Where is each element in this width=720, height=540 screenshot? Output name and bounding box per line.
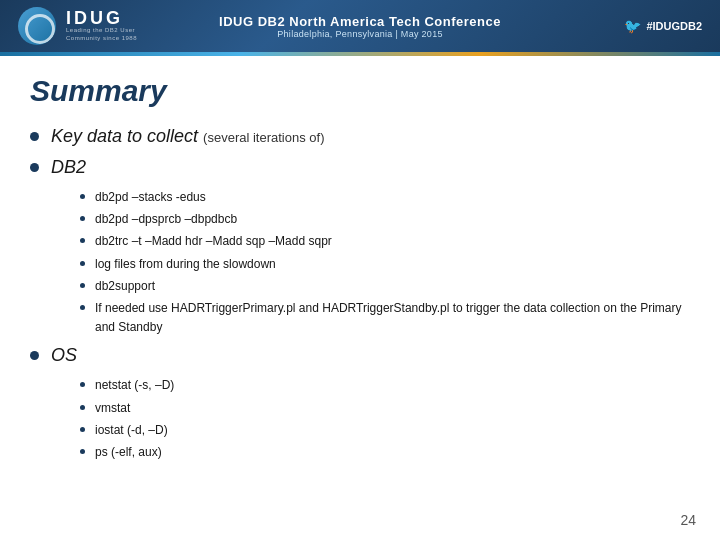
bullet-2-text: DB2 [51,157,86,178]
conference-info: IDUG DB2 North America Tech Conference P… [219,14,501,39]
sub-bullet-text: db2support [95,277,155,296]
sub-bullet-dot [80,305,85,310]
header-left: IDUG Leading the DB2 User Community sinc… [18,7,137,45]
sub-bullet-text: log files from during the slowdown [95,255,276,274]
list-item: db2trc –t –Madd hdr –Madd sqp –Madd sqpr [80,232,690,251]
list-item: If needed use HADRTriggerPrimary.pl and … [80,299,690,337]
sub-bullet-text: If needed use HADRTriggerPrimary.pl and … [95,299,690,337]
os-sub-bullets: netstat (-s, –D) vmstat iostat (-d, –D) … [80,376,690,462]
sub-bullet-dot [80,382,85,387]
sub-bullet-dot [80,427,85,432]
logo-icon [18,7,56,45]
sub-bullet-dot [80,405,85,410]
sub-bullet-dot [80,449,85,454]
sub-bullet-text: db2pd –stacks -edus [95,188,206,207]
page-title: Summary [30,74,690,108]
bullet-dot-3 [30,351,39,360]
bullet-1-text: Key data to collect (several iterations … [51,126,325,147]
bullet-3: OS [30,345,690,366]
list-item: db2pd –dpsprcb –dbpdbcb [80,210,690,229]
sub-bullet-text: iostat (-d, –D) [95,421,168,440]
list-item: netstat (-s, –D) [80,376,690,395]
conf-subtitle: Philadelphia, Pennsylvania | May 2015 [219,29,501,39]
sub-bullet-dot [80,216,85,221]
sub-bullet-dot [80,194,85,199]
sub-bullet-dot [80,261,85,266]
bullet-2: DB2 [30,157,690,178]
sub-bullet-text: netstat (-s, –D) [95,376,174,395]
list-item: iostat (-d, –D) [80,421,690,440]
hashtag-text: #IDUGDB2 [646,20,702,32]
sub-bullet-dot [80,283,85,288]
list-item: db2support [80,277,690,296]
list-item: vmstat [80,399,690,418]
conf-title: IDUG DB2 North America Tech Conference [219,14,501,29]
bullet-3-text: OS [51,345,77,366]
sub-bullet-text: db2pd –dpsprcb –dbpdbcb [95,210,237,229]
list-item: log files from during the slowdown [80,255,690,274]
bullet-1: Key data to collect (several iterations … [30,126,690,147]
logo-subtitle: Leading the DB2 User Community since 198… [66,27,137,43]
sub-bullet-dot [80,238,85,243]
page-number: 24 [680,512,696,528]
social-hashtag: 🐦 #IDUGDB2 [624,18,702,34]
main-content: Summary Key data to collect (several ite… [0,56,720,480]
db2-sub-bullets: db2pd –stacks -edus db2pd –dpsprcb –dbpd… [80,188,690,337]
bullet-dot-1 [30,132,39,141]
bullet-dot-2 [30,163,39,172]
logo-idug-text: IDUG [66,9,137,27]
header: IDUG Leading the DB2 User Community sinc… [0,0,720,52]
sub-bullet-text: vmstat [95,399,130,418]
sub-bullet-text: ps (-elf, aux) [95,443,162,462]
list-item: db2pd –stacks -edus [80,188,690,207]
logo-text-block: IDUG Leading the DB2 User Community sinc… [66,9,137,43]
list-item: ps (-elf, aux) [80,443,690,462]
sub-bullet-text: db2trc –t –Madd hdr –Madd sqp –Madd sqpr [95,232,332,251]
twitter-icon: 🐦 [624,18,641,34]
